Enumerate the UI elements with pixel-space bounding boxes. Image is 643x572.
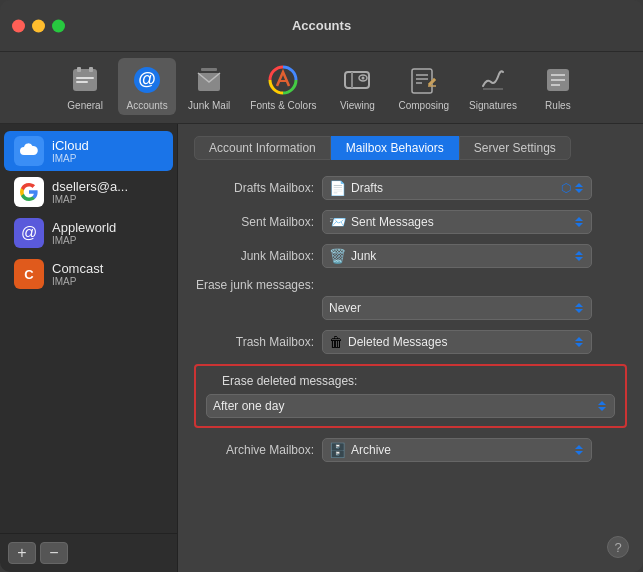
title-bar: Accounts bbox=[0, 0, 643, 52]
trash-stepper bbox=[573, 334, 585, 350]
tab-mailbox-behaviors[interactable]: Mailbox Behaviors bbox=[331, 136, 459, 160]
toolbar: General @ Accounts Junk Mail bbox=[0, 52, 643, 124]
account-info-dsellers: dsellers@a... IMAP bbox=[52, 179, 128, 205]
sent-value: Sent Messages bbox=[351, 215, 571, 229]
erase-deleted-highlight: Erase deleted messages: After one day bbox=[194, 364, 627, 428]
tab-account-information[interactable]: Account Information bbox=[194, 136, 331, 160]
composing-icon bbox=[406, 62, 442, 98]
toolbar-item-accounts[interactable]: @ Accounts bbox=[118, 58, 176, 115]
sent-select[interactable]: 📨 Sent Messages bbox=[322, 210, 592, 234]
close-button[interactable] bbox=[12, 19, 25, 32]
toolbar-label-junk-mail: Junk Mail bbox=[188, 100, 230, 111]
svg-rect-8 bbox=[201, 68, 217, 71]
general-icon bbox=[67, 62, 103, 98]
archive-select[interactable]: 🗄️ Archive bbox=[322, 438, 592, 462]
account-type-comcast: IMAP bbox=[52, 276, 103, 287]
minimize-button[interactable] bbox=[32, 19, 45, 32]
junk-select[interactable]: 🗑️ Junk bbox=[322, 244, 592, 268]
svg-text:@: @ bbox=[138, 69, 156, 89]
sent-stepper bbox=[573, 214, 585, 230]
erase-deleted-label: Erase deleted messages: bbox=[222, 374, 357, 388]
drafts-select[interactable]: 📄 Drafts ⬡ bbox=[322, 176, 592, 200]
erase-junk-row: Erase junk messages: Never bbox=[194, 278, 627, 320]
toolbar-label-viewing: Viewing bbox=[340, 100, 375, 111]
toolbar-label-fonts-colors: Fonts & Colors bbox=[250, 100, 316, 111]
junk-label: Junk Mailbox: bbox=[194, 249, 314, 263]
erase-junk-label: Erase junk messages: bbox=[194, 278, 314, 292]
trash-label: Trash Mailbox: bbox=[194, 335, 314, 349]
erase-deleted-select-row: After one day bbox=[206, 394, 615, 418]
drafts-select-icon: 📄 bbox=[329, 180, 346, 196]
icloud-icon bbox=[14, 136, 44, 166]
svg-rect-2 bbox=[89, 67, 93, 72]
fonts-colors-icon bbox=[265, 62, 301, 98]
sidebar-bottom: + − bbox=[0, 533, 177, 572]
account-item-dsellers[interactable]: dsellers@a... IMAP bbox=[4, 172, 173, 212]
toolbar-item-composing[interactable]: Composing bbox=[390, 58, 457, 115]
svg-rect-1 bbox=[77, 67, 81, 72]
sent-select-icon: 📨 bbox=[329, 214, 346, 230]
sent-label: Sent Mailbox: bbox=[194, 215, 314, 229]
toolbar-item-rules[interactable]: Rules bbox=[529, 58, 587, 115]
account-info-appleworld: Appleworld IMAP bbox=[52, 220, 116, 246]
rules-icon bbox=[540, 62, 576, 98]
drafts-value: Drafts bbox=[351, 181, 557, 195]
archive-label: Archive Mailbox: bbox=[194, 443, 314, 457]
svg-rect-3 bbox=[76, 77, 94, 79]
svg-point-13 bbox=[362, 77, 365, 80]
toolbar-item-general[interactable]: General bbox=[56, 58, 114, 115]
drafts-arrow: ⬡ bbox=[561, 181, 571, 195]
archive-stepper bbox=[573, 442, 585, 458]
toolbar-item-signatures[interactable]: Signatures bbox=[461, 58, 525, 115]
viewing-icon bbox=[339, 62, 375, 98]
account-name-icloud: iCloud bbox=[52, 138, 89, 153]
drafts-row: Drafts Mailbox: 📄 Drafts ⬡ bbox=[194, 176, 627, 200]
content-panel: Account Information Mailbox Behaviors Se… bbox=[178, 124, 643, 572]
comcast-icon: C bbox=[14, 259, 44, 289]
toolbar-label-rules: Rules bbox=[545, 100, 571, 111]
junk-row: Junk Mailbox: 🗑️ Junk bbox=[194, 244, 627, 268]
account-name-dsellers: dsellers@a... bbox=[52, 179, 128, 194]
junk-value: Junk bbox=[351, 249, 571, 263]
erase-deleted-value: After one day bbox=[213, 399, 594, 413]
erase-deleted-stepper bbox=[596, 398, 608, 414]
help-button[interactable]: ? bbox=[607, 536, 629, 558]
toolbar-label-signatures: Signatures bbox=[469, 100, 517, 111]
add-account-button[interactable]: + bbox=[8, 542, 36, 564]
account-item-icloud[interactable]: iCloud IMAP bbox=[4, 131, 173, 171]
tab-server-settings[interactable]: Server Settings bbox=[459, 136, 571, 160]
account-type-icloud: IMAP bbox=[52, 153, 89, 164]
main-area: iCloud IMAP dsellers@a... IMAP bbox=[0, 124, 643, 572]
window-title: Accounts bbox=[292, 18, 351, 33]
account-type-appleworld: IMAP bbox=[52, 235, 116, 246]
svg-rect-0 bbox=[73, 69, 97, 91]
erase-junk-select[interactable]: Never bbox=[322, 296, 592, 320]
form-section: Drafts Mailbox: 📄 Drafts ⬡ Sent Mailbox:… bbox=[194, 176, 627, 462]
toolbar-label-composing: Composing bbox=[398, 100, 449, 111]
account-info-icloud: iCloud IMAP bbox=[52, 138, 89, 164]
archive-row: Archive Mailbox: 🗄️ Archive bbox=[194, 438, 627, 462]
trash-row: Trash Mailbox: 🗑 Deleted Messages bbox=[194, 330, 627, 354]
archive-value: Archive bbox=[351, 443, 571, 457]
junk-mail-icon bbox=[191, 62, 227, 98]
trash-select[interactable]: 🗑 Deleted Messages bbox=[322, 330, 592, 354]
account-item-appleworld[interactable]: @ Appleworld IMAP bbox=[4, 213, 173, 253]
toolbar-label-accounts: Accounts bbox=[127, 100, 168, 111]
toolbar-item-fonts-colors[interactable]: Fonts & Colors bbox=[242, 58, 324, 115]
tabs: Account Information Mailbox Behaviors Se… bbox=[194, 136, 627, 160]
toolbar-item-junk-mail[interactable]: Junk Mail bbox=[180, 58, 238, 115]
account-type-dsellers: IMAP bbox=[52, 194, 128, 205]
google-icon bbox=[14, 177, 44, 207]
drafts-label: Drafts Mailbox: bbox=[194, 181, 314, 195]
svg-rect-4 bbox=[76, 81, 88, 83]
account-item-comcast[interactable]: C Comcast IMAP bbox=[4, 254, 173, 294]
svg-rect-11 bbox=[351, 72, 353, 88]
toolbar-item-viewing[interactable]: Viewing bbox=[328, 58, 386, 115]
maximize-button[interactable] bbox=[52, 19, 65, 32]
remove-account-button[interactable]: − bbox=[40, 542, 68, 564]
signatures-icon bbox=[475, 62, 511, 98]
erase-deleted-select[interactable]: After one day bbox=[206, 394, 615, 418]
erase-junk-stepper bbox=[573, 300, 585, 316]
appleworld-icon: @ bbox=[14, 218, 44, 248]
junk-select-icon: 🗑️ bbox=[329, 248, 346, 264]
